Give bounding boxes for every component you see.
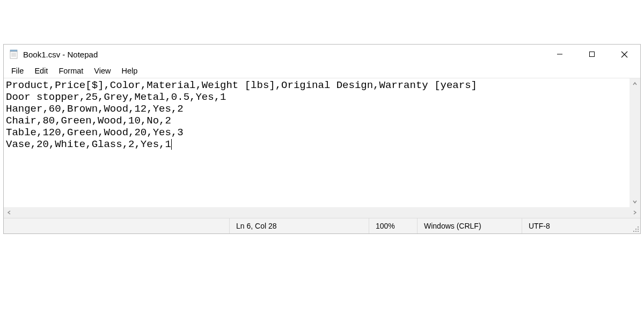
text-caret [171, 139, 172, 150]
menu-format[interactable]: Format [53, 65, 89, 76]
maximize-icon [589, 51, 595, 57]
editor-area: Product,Price[$],Color,Material,Weight [… [4, 78, 640, 218]
close-icon [621, 51, 628, 58]
menu-help[interactable]: Help [116, 65, 143, 76]
status-encoding: UTF-8 [522, 218, 640, 233]
text-editor[interactable]: Product,Price[$],Color,Material,Weight [… [4, 78, 630, 207]
status-bar: Ln 6, Col 28 100% Windows (CRLF) UTF-8 [4, 218, 640, 233]
window-title: Book1.csv - Notepad [23, 50, 98, 59]
minimize-button[interactable] [544, 45, 576, 64]
status-zoom: 100% [369, 218, 417, 233]
title-bar: Book1.csv - Notepad [4, 45, 640, 64]
notepad-window: Book1.csv - Notepad File Edit [3, 44, 641, 234]
svg-rect-0 [10, 50, 17, 52]
svg-rect-1 [10, 52, 17, 58]
menu-file[interactable]: File [6, 65, 29, 76]
vertical-scrollbar[interactable] [630, 78, 640, 207]
resize-grip-icon[interactable] [632, 225, 639, 232]
status-line-ending: Windows (CRLF) [417, 218, 522, 233]
status-spacer [4, 218, 229, 233]
menu-view[interactable]: View [89, 65, 116, 76]
status-position: Ln 6, Col 28 [229, 218, 369, 233]
scroll-right-icon[interactable] [630, 207, 640, 218]
svg-rect-7 [590, 52, 595, 57]
scroll-left-icon[interactable] [4, 207, 14, 218]
menu-edit[interactable]: Edit [29, 65, 53, 76]
horizontal-scrollbar[interactable] [4, 207, 640, 218]
minimize-icon [557, 51, 563, 57]
window-controls [544, 45, 640, 64]
status-encoding-label: UTF-8 [529, 222, 550, 230]
menu-bar: File Edit Format View Help [4, 64, 640, 78]
scroll-up-icon[interactable] [630, 78, 640, 89]
notepad-icon [9, 49, 19, 59]
maximize-button[interactable] [576, 45, 608, 64]
scroll-down-icon[interactable] [630, 196, 640, 207]
close-button[interactable] [608, 45, 640, 64]
